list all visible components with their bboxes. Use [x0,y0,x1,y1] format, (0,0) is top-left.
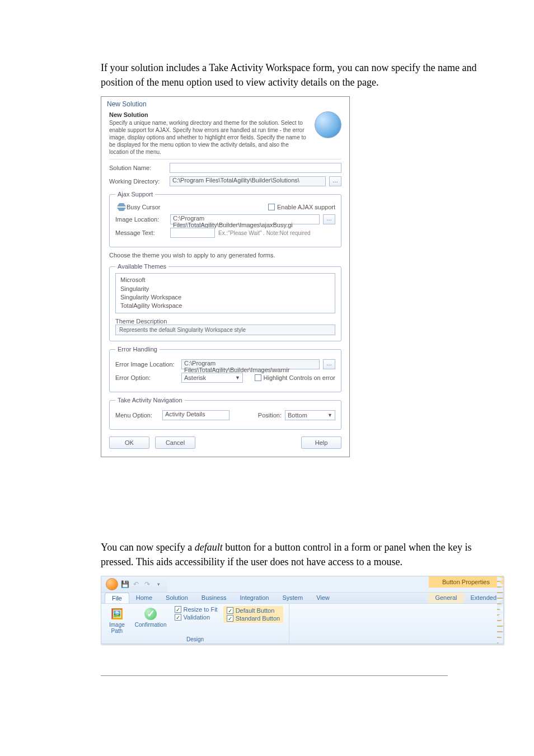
working-dir-browse-button[interactable]: … [329,176,341,186]
validation-checkbox[interactable]: ✓ [175,614,181,621]
theme-item[interactable]: Singularity Workspace [120,293,330,302]
intro-paragraph-2: You can now specify a default button for… [101,540,489,569]
tab-integration[interactable]: Integration [233,593,275,603]
tab-home[interactable]: Home [129,593,159,603]
confirmation-button[interactable]: ✓ Confirmation [133,606,169,629]
available-themes-legend: Available Themes [115,263,168,270]
take-activity-nav-fieldset: Take Activity Navigation Menu Option: Ac… [109,397,341,430]
ajax-support-fieldset: Ajax Support Busy Cursor Enable AJAX sup… [109,191,341,247]
choose-theme-text: Choose the theme you wish to apply to an… [109,252,341,259]
dialog-header-title: New Solution [109,111,309,118]
highlight-controls-label: Highlight Controls on error [264,374,335,381]
busy-cursor-icon [115,203,123,211]
ribbon-screenshot: 💾 ↶ ↷ ▾ Button Properties File Home Solu… [101,576,504,644]
ok-button[interactable]: OK [109,436,149,449]
contextual-tab-title: Button Properties [429,576,503,588]
standard-button-row[interactable]: ✓ Standard Button [227,615,280,622]
tab-system[interactable]: System [275,593,310,603]
error-image-location-input[interactable]: C:\Program Files\TotalAgility\Builder\Im… [181,359,320,369]
app-orb-icon[interactable] [106,578,118,590]
image-icon: 🖼️ [110,607,124,621]
resize-to-fit-checkbox[interactable]: ✓ [175,606,181,613]
tab-view[interactable]: View [310,593,336,603]
confirmation-label: Confirmation [135,622,167,628]
chevron-down-icon: ▼ [327,412,332,418]
tab-general[interactable]: General [428,593,463,603]
enable-ajax-label: Enable AJAX support [277,204,335,210]
solution-name-input[interactable] [170,163,341,173]
error-handling-legend: Error Handling [115,346,160,353]
confirmation-icon: ✓ [144,607,157,621]
undo-icon[interactable]: ↶ [132,580,140,589]
redo-icon[interactable]: ↷ [143,580,152,589]
globe-icon [315,111,341,138]
menu-option-label: Menu Option: [115,412,159,419]
new-solution-dialog: New Solution New Solution Specify a uniq… [101,96,350,457]
message-text-input[interactable] [170,228,215,238]
position-dropdown[interactable]: Bottom ▼ [285,410,335,420]
intro-paragraph-1: If your solution includes a Take Activit… [101,60,489,90]
design-group-label: Design [107,635,283,642]
ajax-support-legend: Ajax Support [115,191,155,198]
page-footer-rule [101,675,448,676]
message-text-hint: Ex.:"Please Wait" . Note:Not required [218,230,311,236]
error-option-value: Asterisk [184,374,206,381]
save-icon[interactable]: 💾 [120,580,129,589]
validation-row[interactable]: ✓ Validation [175,614,218,621]
error-image-location-label: Error Image Location: [115,361,178,368]
image-path-button[interactable]: 🖼️ Image Path [107,606,127,635]
resize-to-fit-row[interactable]: ✓ Resize to Fit [175,606,218,613]
image-location-browse-button[interactable]: … [323,214,335,224]
cancel-button[interactable]: Cancel [155,436,195,449]
qat-dropdown-icon[interactable]: ▾ [154,580,163,589]
default-button-checkbox[interactable]: ✓ [227,607,233,614]
default-button-label: Default Button [236,607,275,614]
resize-to-fit-label: Resize to Fit [184,606,218,613]
theme-item[interactable]: Singularity [120,285,330,293]
chevron-down-icon: ▼ [235,375,240,381]
validation-label: Validation [184,614,210,621]
menu-option-input[interactable]: Activity Details [162,410,229,420]
image-path-label: Image Path [109,622,125,634]
themes-listbox[interactable]: Microsoft Singularity Singularity Worksp… [115,273,335,313]
error-option-label: Error Option: [115,374,178,381]
error-handling-fieldset: Error Handling Error Image Location: C:\… [109,346,341,392]
theme-item[interactable]: TotalAgility Workspace [120,302,330,310]
error-image-browse-button[interactable]: … [323,359,335,369]
theme-item[interactable]: Microsoft [120,276,330,284]
image-location-label: Image Location: [115,216,167,223]
tab-file[interactable]: File [105,593,129,603]
take-activity-nav-legend: Take Activity Navigation [115,397,185,403]
solution-name-label: Solution Name: [109,165,166,171]
default-button-row[interactable]: ✓ Default Button [227,607,280,614]
help-button[interactable]: Help [301,436,341,449]
position-value: Bottom [288,412,307,419]
tab-business[interactable]: Business [195,593,233,603]
available-themes-fieldset: Available Themes Microsoft Singularity S… [109,263,341,341]
message-text-label: Message Text: [115,229,167,236]
image-location-input[interactable]: C:\Program Files\TotalAgility\Builder\Im… [170,214,320,224]
working-directory-label: Working Directory: [109,178,166,185]
working-directory-input[interactable]: C:\Program Files\TotalAgility\Builder\So… [170,176,326,186]
position-label: Position: [258,412,282,419]
standard-button-checkbox[interactable]: ✓ [227,615,233,622]
enable-ajax-checkbox[interactable] [268,204,275,210]
error-option-dropdown[interactable]: Asterisk ▼ [181,373,243,383]
busy-cursor-label: Busy Cursor [127,204,161,210]
dialog-header-desc: Specify a unique name, working directory… [109,119,309,156]
highlight-controls-checkbox[interactable] [255,374,261,381]
tab-solution[interactable]: Solution [159,593,195,603]
standard-button-label: Standard Button [236,615,280,622]
dialog-titlebar: New Solution [101,97,349,109]
theme-description-label: Theme Description [115,318,335,325]
theme-description-value: Represents the default Singularity Works… [115,325,335,335]
